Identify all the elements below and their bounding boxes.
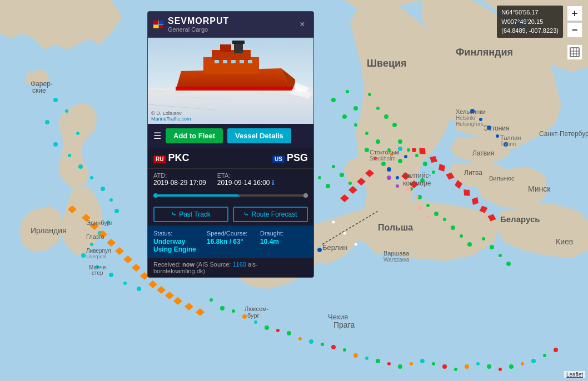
- svg-text:Глазго: Глазго: [86, 233, 104, 240]
- svg-point-4: [368, 93, 371, 96]
- svg-point-103: [417, 206, 422, 210]
- svg-point-2: [346, 90, 349, 93]
- svg-point-74: [114, 209, 119, 213]
- svg-point-82: [137, 287, 141, 291]
- svg-rect-195: [240, 60, 244, 63]
- svg-point-77: [90, 243, 93, 246]
- draught-block: Draught: 10.4m: [260, 230, 308, 253]
- vessel-details-button[interactable]: Vessel Details: [227, 128, 291, 143]
- add-to-fleet-button[interactable]: Add to Fleet: [166, 128, 223, 143]
- svg-point-105: [387, 176, 391, 180]
- svg-text:Helsinki: Helsinki: [456, 115, 475, 121]
- svg-text:Литва: Литва: [464, 169, 482, 177]
- progress-track: →: [153, 194, 308, 197]
- svg-point-16: [415, 154, 418, 157]
- svg-point-30: [348, 182, 352, 185]
- progress-end-dot: [303, 193, 308, 198]
- svg-point-8: [354, 123, 357, 127]
- svg-point-15: [398, 159, 402, 163]
- svg-point-120: [353, 353, 358, 358]
- panel-status: Status: Underway Using Engine Speed/Cour…: [148, 225, 313, 258]
- past-track-icon: ⤷: [171, 210, 177, 218]
- svg-point-118: [331, 345, 336, 349]
- map-coordinates: N64°50'56.17 W007°49'20.15 (64.8489, -00…: [497, 6, 563, 38]
- zoom-out-button[interactable]: −: [567, 22, 582, 38]
- svg-text:Ирландия: Ирландия: [31, 226, 67, 235]
- status-block: Status: Underway Using Engine: [153, 230, 201, 253]
- svg-point-37: [490, 245, 494, 249]
- svg-point-100: [354, 243, 357, 246]
- svg-point-66: [45, 120, 49, 124]
- svg-text:Эстония: Эстония: [484, 124, 510, 132]
- svg-rect-194: [231, 60, 236, 63]
- svg-point-115: [298, 337, 302, 340]
- dest-info: USPSG: [272, 152, 308, 164]
- draught-value: 10.4m: [260, 238, 308, 245]
- svg-point-39: [506, 262, 511, 266]
- svg-point-5: [342, 114, 347, 119]
- svg-point-18: [432, 171, 435, 174]
- svg-point-139: [365, 148, 369, 152]
- past-track-button[interactable]: ⤷ Past Track: [153, 207, 228, 222]
- svg-point-101: [406, 187, 411, 191]
- svg-point-69: [68, 154, 71, 157]
- svg-point-107: [210, 298, 213, 302]
- map-layer-button[interactable]: [567, 44, 582, 60]
- svg-point-7: [384, 114, 388, 119]
- svg-point-145: [412, 148, 416, 152]
- vessel-panel: SEVMORPUT General Cargo ×: [147, 11, 314, 278]
- vessel-image: © D. Lobusov MarineTraffic.com: [148, 38, 313, 124]
- leaflet-link[interactable]: Leaflet: [566, 372, 583, 378]
- svg-text:Санкт-Петербург: Санкт-Петербург: [539, 130, 588, 138]
- route-forecast-button[interactable]: ⤷ Route Forecast: [233, 207, 308, 222]
- svg-point-72: [101, 187, 105, 191]
- svg-text:кое море: кое море: [403, 179, 431, 187]
- zoom-in-button[interactable]: +: [567, 6, 582, 21]
- menu-icon[interactable]: ☰: [153, 131, 161, 141]
- svg-point-80: [109, 273, 113, 277]
- svg-point-132: [487, 364, 491, 369]
- svg-text:Чехия: Чехия: [328, 313, 348, 321]
- panel-header-left: SEVMORPUT General Cargo: [153, 16, 229, 33]
- svg-text:Швеция: Швеция: [367, 58, 407, 69]
- svg-point-36: [482, 237, 485, 240]
- svg-text:Берлин: Берлин: [322, 243, 347, 252]
- panel-actions: ☰ Add to Fleet Vessel Details: [148, 124, 313, 148]
- received-time: now: [182, 261, 195, 268]
- atd-value: 2019-08-29 17:09: [153, 179, 206, 187]
- eta-value: 2019-09-14 16:00: [217, 179, 270, 187]
- svg-point-141: [381, 162, 386, 166]
- origin-info: RUPKC: [153, 152, 189, 164]
- svg-text:ские: ские: [32, 87, 46, 94]
- eta-info-icon[interactable]: ℹ: [272, 179, 275, 187]
- svg-point-119: [343, 348, 346, 352]
- eta-label: ETA:: [217, 172, 275, 179]
- svg-text:Финляндия: Финляндия: [456, 47, 513, 58]
- svg-text:Варшава: Варшава: [383, 250, 410, 257]
- svg-point-122: [376, 359, 380, 363]
- svg-point-13: [398, 139, 402, 144]
- svg-point-60: [387, 167, 391, 172]
- svg-point-62: [317, 248, 322, 252]
- received-label: Received:: [153, 261, 181, 268]
- svg-point-102: [415, 195, 418, 199]
- svg-point-73: [109, 198, 113, 202]
- close-button[interactable]: ×: [297, 19, 308, 30]
- svg-point-25: [451, 225, 455, 230]
- svg-point-81: [123, 282, 127, 285]
- svg-point-124: [398, 364, 402, 369]
- dest-flag: US: [272, 156, 285, 163]
- svg-point-1: [331, 98, 336, 102]
- draught-label: Draught:: [260, 230, 308, 237]
- coord-lat: N64°50'56.17: [501, 8, 559, 17]
- ais-link[interactable]: 1160: [232, 261, 246, 268]
- svg-text:Стокгольм: Стокгольм: [370, 149, 399, 156]
- svg-text:Минск: Минск: [528, 184, 551, 193]
- svg-text:Беларусь: Беларусь: [500, 214, 540, 224]
- svg-rect-199: [176, 87, 295, 89]
- svg-point-112: [265, 325, 269, 330]
- svg-text:Helsingfors: Helsingfors: [456, 121, 484, 127]
- svg-point-117: [321, 343, 324, 346]
- route-forecast-icon: ⤷: [243, 210, 249, 218]
- svg-point-70: [78, 164, 83, 169]
